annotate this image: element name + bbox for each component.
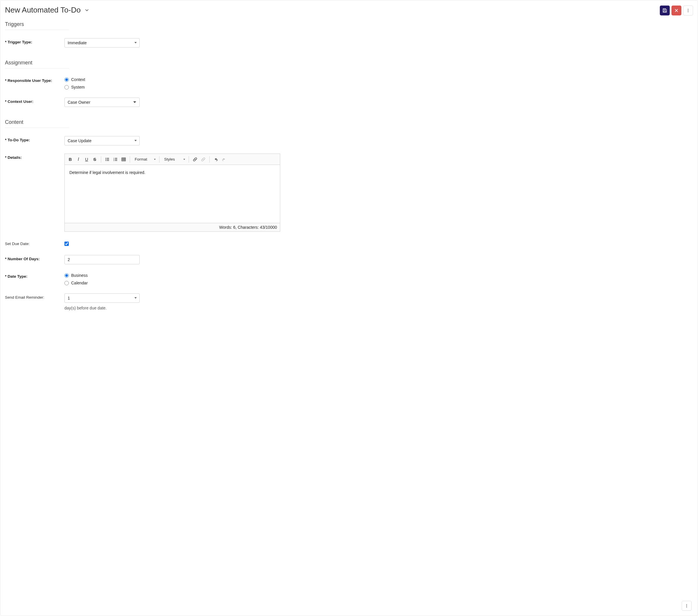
section-divider	[5, 30, 69, 30]
svg-rect-10	[107, 160, 109, 161]
header-actions	[660, 5, 693, 15]
responsible-user-type-radio-group: Context System	[65, 77, 280, 89]
row-number-of-days: * Number Of Days:	[5, 255, 693, 264]
styles-combo[interactable]: Styles	[162, 156, 186, 163]
label-details: * Details:	[5, 154, 65, 160]
undo-button[interactable]	[212, 156, 220, 163]
svg-rect-0	[664, 9, 665, 10]
radio-system[interactable]: System	[65, 85, 280, 89]
label-context-user: * Context User:	[5, 98, 65, 104]
svg-point-2	[688, 9, 688, 9]
svg-point-4	[688, 11, 688, 12]
editor-toolbar: B I U S 123	[65, 154, 280, 165]
label-date-type: * Date Type:	[5, 272, 65, 278]
svg-point-5	[106, 158, 107, 158]
section-title-triggers: Triggers	[5, 21, 693, 30]
send-email-reminder-value: 1	[68, 296, 70, 300]
cancel-button[interactable]	[671, 5, 681, 15]
row-date-type: * Date Type: Business Calendar	[5, 272, 693, 285]
radio-context-label: Context	[71, 77, 85, 82]
toolbar-separator	[189, 156, 189, 162]
bullet-list-button[interactable]	[103, 156, 111, 163]
todo-type-select[interactable]: Case Update	[65, 136, 140, 145]
label-number-of-days: * Number Of Days:	[5, 255, 65, 261]
toolbar-separator	[101, 156, 101, 162]
label-todo-type: * To-Do Type:	[5, 136, 65, 142]
section-divider	[5, 68, 69, 69]
format-combo[interactable]: Format	[132, 156, 157, 163]
toolbar-separator	[159, 156, 159, 162]
label-trigger-type: * Trigger Type:	[5, 38, 65, 44]
radio-calendar-label: Calendar	[71, 281, 88, 285]
date-type-radio-group: Business Calendar	[65, 272, 280, 285]
editor-body[interactable]: Determine if legal involvement is requir…	[65, 165, 280, 223]
page-header: New Automated To-Do	[0, 0, 698, 15]
rich-text-editor: B I U S 123	[65, 154, 280, 232]
number-of-days-input[interactable]	[65, 255, 140, 264]
more-actions-button[interactable]	[683, 5, 693, 15]
radio-system-input[interactable]	[65, 85, 69, 89]
context-user-value: Case Owner	[68, 100, 90, 105]
styles-combo-label: Styles	[164, 157, 175, 161]
radio-business[interactable]: Business	[65, 273, 280, 278]
numbered-list-button[interactable]: 123	[112, 156, 119, 163]
radio-business-input[interactable]	[65, 273, 69, 278]
editor-footer: Words: 6, Characters: 43/10000	[65, 223, 280, 231]
svg-rect-16	[115, 160, 117, 161]
section-title-content: Content	[5, 119, 693, 128]
toolbar-separator	[130, 156, 130, 162]
link-button[interactable]	[191, 156, 199, 163]
redo-button[interactable]	[220, 156, 228, 163]
svg-rect-12	[115, 158, 117, 158]
svg-rect-8	[107, 159, 109, 160]
floating-more-button[interactable]	[682, 601, 692, 611]
content-area: Triggers * Trigger Type: Immediate Assig…	[0, 21, 698, 310]
context-user-select[interactable]: Case Owner	[65, 98, 140, 107]
section-divider	[5, 128, 69, 128]
kebab-icon	[686, 9, 690, 13]
row-responsible-user-type: * Responsible User Type: Context System	[5, 77, 693, 89]
table-button[interactable]	[120, 156, 127, 163]
row-details: * Details: B I U S 123	[5, 154, 693, 232]
radio-calendar[interactable]: Calendar	[65, 281, 280, 285]
svg-point-22	[686, 604, 687, 605]
svg-point-9	[106, 160, 107, 161]
svg-point-7	[106, 159, 107, 160]
label-set-due-date: Set Due Date:	[5, 240, 65, 246]
radio-calendar-input[interactable]	[65, 281, 69, 285]
bold-button[interactable]: B	[67, 156, 74, 163]
row-context-user: * Context User: Case Owner	[5, 98, 693, 107]
trigger-type-select[interactable]: Immediate	[65, 38, 140, 47]
row-set-due-date: Set Due Date:	[5, 240, 693, 247]
page-container: New Automated To-Do	[0, 0, 698, 616]
svg-rect-6	[107, 158, 109, 158]
label-send-email-reminder: Send Email Reminder:	[5, 293, 65, 300]
row-todo-type: * To-Do Type: Case Update	[5, 136, 693, 145]
format-combo-label: Format	[135, 157, 147, 161]
label-responsible-user-type: * Responsible User Type:	[5, 77, 65, 83]
underline-button[interactable]: U	[83, 156, 90, 163]
row-trigger-type: * Trigger Type: Immediate	[5, 38, 693, 47]
svg-point-24	[686, 607, 687, 607]
strikethrough-button[interactable]: S	[91, 156, 99, 163]
svg-point-3	[688, 10, 688, 11]
svg-text:3: 3	[113, 159, 114, 161]
save-icon	[662, 8, 667, 13]
italic-button[interactable]: I	[75, 156, 82, 163]
svg-rect-14	[115, 159, 117, 160]
send-email-reminder-select[interactable]: 1	[65, 293, 140, 303]
section-title-assignment: Assignment	[5, 60, 693, 68]
save-button[interactable]	[660, 5, 670, 15]
toolbar-separator	[209, 156, 210, 162]
radio-context-input[interactable]	[65, 77, 69, 82]
row-send-email-reminder: Send Email Reminder: 1 day(s) before due…	[5, 293, 693, 310]
set-due-date-checkbox[interactable]	[65, 242, 69, 246]
svg-rect-17	[122, 158, 126, 161]
page-title: New Automated To-Do	[5, 5, 81, 15]
unlink-button[interactable]	[199, 156, 207, 163]
radio-context[interactable]: Context	[65, 77, 280, 82]
chevron-down-icon[interactable]	[85, 8, 89, 12]
svg-point-23	[686, 605, 687, 606]
close-icon	[674, 9, 679, 13]
title-wrap: New Automated To-Do	[5, 5, 89, 15]
